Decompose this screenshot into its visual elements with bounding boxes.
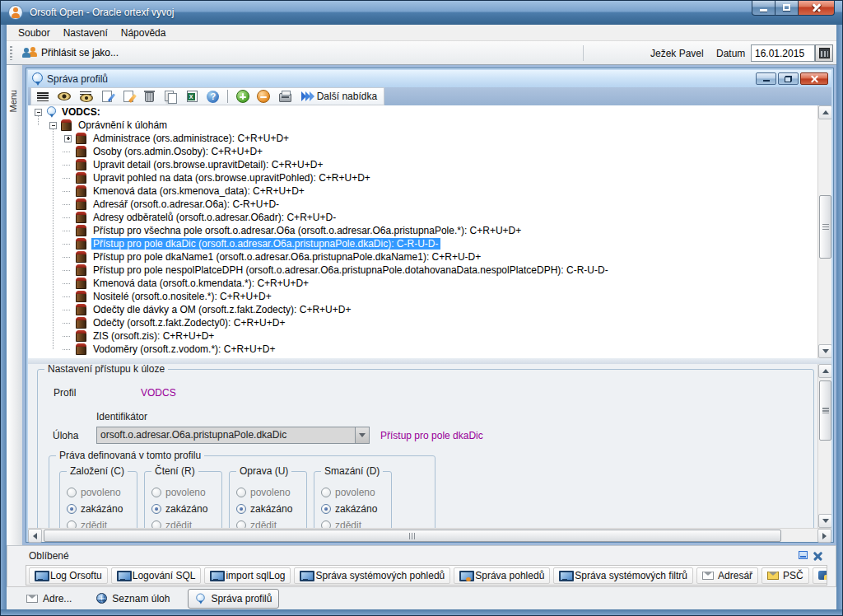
tree-item[interactable]: ZIS (orsoft.zis): C+R+U+D+ (28, 329, 831, 343)
favorite-okresy[interactable]: Okresy (813, 567, 827, 584)
splitter[interactable] (28, 358, 831, 364)
view-rows-button[interactable] (34, 89, 53, 105)
favorite-sprava-pohledu[interactable]: Správa pohledů (454, 567, 550, 584)
scroll-left-button[interactable] (28, 529, 42, 543)
favorite-log-orsoftu[interactable]: Log Orsoftu (29, 567, 108, 584)
menu-item-soubor[interactable]: Soubor (12, 25, 57, 41)
date-input[interactable] (751, 44, 815, 62)
panel-minimize-icon[interactable] (799, 551, 808, 559)
scroll-up-button[interactable] (818, 364, 831, 378)
tab-adresar[interactable]: Adre... (20, 590, 78, 607)
favorite-import-sqllog[interactable]: import sqlLog (204, 567, 291, 584)
radio-povoleno[interactable]: povoleno (321, 487, 375, 498)
tree-item[interactable]: Upravit detail (ors.browse.upravitDetail… (28, 158, 831, 171)
calendar-button[interactable] (815, 44, 833, 62)
more-menu-button[interactable]: Další nabídka (297, 89, 381, 105)
tree-item[interactable]: Přístup pro všechna pole orsoft.o.adresa… (28, 224, 831, 237)
menu-item-nastaveni[interactable]: Nastavení (57, 25, 114, 41)
radio-zakazano[interactable]: zakázáno (236, 503, 292, 515)
radio-label: povoleno (250, 487, 291, 498)
help-icon (207, 91, 219, 103)
help-button[interactable] (204, 89, 223, 105)
login-as-button[interactable]: Přihlásit se jako... (18, 44, 123, 62)
close-button[interactable] (799, 0, 835, 16)
tree-item[interactable]: Odečty dle dávky a OM (orsoft.z.fakt.Zod… (28, 303, 831, 316)
inner-title-bar[interactable]: Správa profilů (28, 70, 831, 87)
panel-close-icon[interactable] (813, 551, 822, 560)
favorite-logovani-sql[interactable]: Logování SQL (111, 567, 202, 584)
radio-zakazano[interactable]: zakázáno (321, 503, 377, 515)
task-combobox[interactable]: orsoft.o.adresar.O6a.pristupnaPole.dkaDi… (96, 427, 370, 444)
radio-povoleno[interactable]: povoleno (236, 487, 291, 498)
inner-minimize-button[interactable] (756, 72, 776, 85)
tree-item[interactable]: Odečty (orsoft.z.fakt.Zodecty0): C+R+U+D… (28, 316, 831, 329)
envelope-icon (26, 595, 38, 603)
inner-restore-button[interactable] (778, 72, 799, 85)
favorite-adresar[interactable]: Adresář (696, 567, 758, 584)
tree-item[interactable]: Vodoměry (orsoft.z.vodom.*): C+R+U+D+ (28, 343, 831, 356)
tree-item[interactable]: Kmenová data (ors.kmenova_data): C+R+U+D… (28, 184, 831, 198)
favorite-sprava-systemovych-filtru[interactable]: Správa systémových filtrů (553, 567, 693, 584)
tree-item[interactable]: Oprávnění k úlohám (28, 119, 831, 132)
tree-item-label: Upravit pohled na data (ors.browse.uprav… (91, 172, 372, 184)
add-button[interactable] (233, 89, 252, 105)
permissions-tree[interactable]: VODCS: Oprávnění k úlohám Administrace (… (28, 105, 831, 358)
tree-expander[interactable] (49, 122, 57, 129)
radio-label: povoleno (81, 487, 121, 498)
tree-item[interactable]: Přístup pro pole nespolPlatceDPH (orsoft… (28, 264, 831, 277)
tree-item[interactable]: Upravit pohled na data (ors.browse.uprav… (28, 171, 831, 184)
tree-item-selected[interactable]: Přístup pro pole dkaDic (orsoft.o.adresa… (28, 237, 831, 250)
export-excel-button[interactable] (183, 89, 202, 105)
tree-item[interactable]: Adresář (orsoft.o.adresar.O6a): C-R+U+D- (28, 198, 831, 211)
radio-povoleno[interactable]: povoleno (67, 487, 121, 498)
favorite-label: Správa systémových pohledů (315, 570, 445, 581)
tree-item[interactable]: Nositelé (orsoft.o.nositele.*): C+R+U+D+ (28, 290, 831, 303)
delete-button[interactable] (140, 89, 159, 105)
radio-povoleno[interactable]: povoleno (151, 487, 206, 498)
tree-item[interactable]: Adresy odběratelů (orsoft.o.adresar.O6ad… (28, 211, 831, 224)
copy-button[interactable] (161, 89, 180, 105)
radio-zdedit[interactable]: zdědit (321, 520, 361, 528)
radio-zdedit[interactable]: zdědit (236, 520, 277, 528)
radio-zakazano[interactable]: zakázáno (67, 503, 123, 515)
view-filter-button[interactable] (77, 89, 95, 105)
tree-expander[interactable] (64, 135, 72, 142)
tab-seznam-uloh[interactable]: Seznam úloh (90, 590, 176, 607)
tree-connector (64, 201, 72, 208)
print-button[interactable] (276, 89, 295, 105)
horizontal-scrollbar[interactable] (28, 528, 831, 542)
tree-item[interactable]: Administrace (ors.administrace): C+R+U+D… (28, 132, 831, 145)
tab-sprava-profilu[interactable]: Správa profilů (188, 589, 279, 609)
tree-item[interactable]: Přístup pro pole dkaName1 (orsoft.o.adre… (28, 250, 831, 264)
task-combobox-dropdown[interactable] (355, 427, 369, 443)
panel-scrollbar[interactable] (817, 364, 831, 528)
new-button[interactable] (97, 89, 116, 105)
edit-button[interactable] (119, 89, 137, 105)
maximize-button[interactable] (775, 0, 799, 16)
login-as-label: Přihlásit se jako... (41, 47, 119, 58)
favorite-sprava-systemovych-pohledu[interactable]: Správa systémových pohledů (294, 567, 450, 584)
tree-expander[interactable] (35, 109, 42, 116)
remove-button[interactable] (254, 89, 273, 105)
scroll-down-button[interactable] (818, 514, 831, 528)
menu-item-napoveda[interactable]: Nápověda (114, 25, 173, 41)
tree-item[interactable]: Kmenová data (orsoft.o.kmendata.*): C+R+… (28, 277, 831, 290)
tree-item-label: ZIS (orsoft.zis): C+R+U+D+ (91, 330, 216, 342)
scroll-thumb[interactable] (819, 380, 831, 441)
radio-zakazano[interactable]: zakázáno (151, 503, 207, 515)
title-bar[interactable]: Orsoft Open - Oracle ortexf vyvoj (0, 0, 843, 25)
scroll-right-button[interactable] (817, 529, 831, 543)
radio-zdedit[interactable]: zdědit (67, 520, 107, 528)
tree-item[interactable]: Osoby (ors.admin.Osoby): C+R+U+D+ (28, 145, 831, 158)
view-button[interactable] (55, 89, 74, 105)
scroll-thumb[interactable] (44, 530, 781, 542)
radio-zdedit[interactable]: zdědit (151, 520, 192, 528)
minimize-button[interactable] (752, 0, 775, 16)
chevrons-icon (301, 91, 314, 101)
favorite-psc[interactable]: PSČ (761, 567, 809, 584)
sprava-profilu-window: Správa profilů Další nabídka (26, 68, 834, 543)
side-menu-tab[interactable]: Menu (8, 90, 18, 113)
inner-close-button[interactable] (800, 72, 828, 85)
tree-item[interactable]: VODCS: (28, 105, 831, 119)
close-icon (813, 3, 821, 12)
